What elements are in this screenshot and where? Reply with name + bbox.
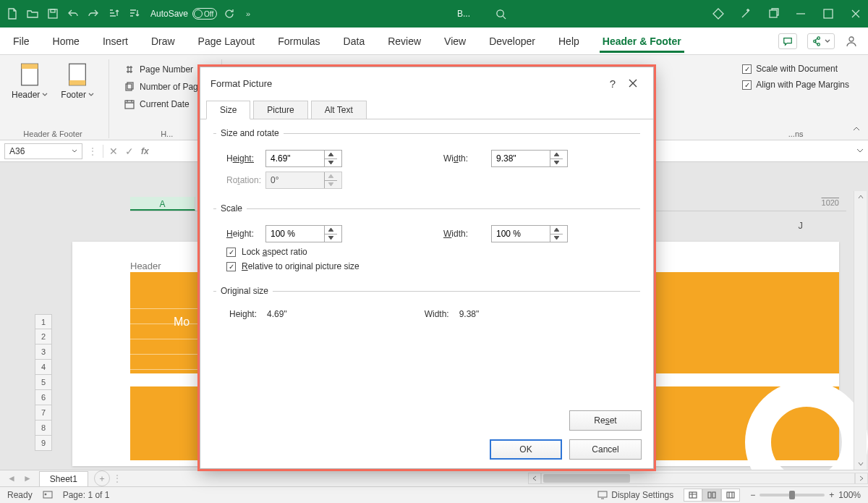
enter-formula-icon[interactable]: ✓ [125, 145, 134, 157]
status-bar: Ready Page: 1 of 1 Display Settings − + … [0, 486, 868, 503]
spinner-down-icon [550, 234, 563, 242]
display-settings-button[interactable]: Display Settings [597, 490, 673, 500]
wand-icon[interactable] [739, 7, 752, 20]
dialog-titlebar[interactable]: Format Picture ? [200, 67, 653, 99]
sheet-tab-sheet1[interactable]: Sheet1 [39, 471, 88, 488]
svg-point-6 [817, 43, 820, 46]
redo-icon[interactable] [87, 7, 100, 20]
more-icon[interactable]: » [242, 7, 255, 20]
view-normal-icon[interactable] [684, 489, 702, 502]
page-number-button[interactable]: Page Number [122, 62, 211, 77]
reset-button[interactable]: Reset [569, 410, 642, 431]
cancel-formula-icon[interactable]: ✕ [109, 145, 118, 157]
value-orig-width: 9.38" [459, 309, 480, 319]
new-sheet-button[interactable]: ＋ [94, 470, 110, 486]
tab-insert[interactable]: Insert [100, 30, 131, 53]
dialog-tab-size[interactable]: Size [206, 101, 250, 119]
view-page-break-icon[interactable] [721, 489, 740, 502]
scale-with-document-checkbox[interactable]: ✓Scale with Document [741, 62, 851, 75]
macro-record-icon[interactable] [43, 489, 53, 502]
dialog-close-icon[interactable] [623, 77, 643, 90]
cancel-button[interactable]: Cancel [569, 439, 642, 460]
label-height: Height: [216, 153, 258, 164]
sort-asc-icon[interactable] [107, 7, 120, 20]
dialog-tab-alt-text[interactable]: Alt Text [311, 101, 367, 119]
save-icon[interactable] [46, 7, 59, 20]
chevron-down-icon [42, 92, 48, 98]
sheet-nav[interactable]: ◄► [0, 473, 39, 483]
expand-formula-bar-icon[interactable] [856, 146, 864, 156]
checkbox-checked-icon: ✓ [226, 248, 236, 257]
zoom-in-icon[interactable]: + [829, 490, 834, 500]
checkbox-checked-icon: ✓ [742, 80, 752, 90]
refresh-icon[interactable] [223, 7, 236, 20]
value-orig-height: 4.69" [267, 309, 287, 319]
qat [6, 7, 140, 20]
tab-view[interactable]: View [441, 30, 469, 53]
minimize-icon[interactable] [794, 7, 807, 20]
title-bar: AutoSave Off » B... [0, 0, 868, 28]
zoom-level[interactable]: 100% [838, 490, 861, 500]
chevron-down-icon [72, 148, 77, 154]
tab-splitter[interactable]: ⋮ [110, 473, 126, 483]
share-button[interactable] [807, 33, 835, 49]
align-with-margins-checkbox[interactable]: ✓Align with Page Margins [741, 78, 851, 91]
footer-dropdown[interactable]: Footer [56, 59, 98, 103]
search-icon[interactable] [492, 5, 509, 22]
calendar-icon [124, 98, 135, 110]
number-of-pages-button[interactable]: Number of Page... [122, 80, 211, 94]
zoom-out-icon[interactable]: − [750, 490, 755, 500]
tab-home[interactable]: Home [50, 30, 82, 53]
undo-icon[interactable] [67, 7, 80, 20]
view-page-layout-icon[interactable] [702, 489, 721, 502]
spinner-up-icon [550, 226, 563, 234]
dialog-help-icon[interactable]: ? [603, 77, 623, 90]
svg-rect-12 [69, 80, 86, 85]
window-restore-icon[interactable] [767, 7, 780, 20]
autosave-toggle[interactable]: AutoSave Off [150, 8, 217, 20]
dialog-tab-picture[interactable]: Picture [253, 101, 307, 119]
current-date-button[interactable]: Current Date [122, 97, 211, 111]
scale-width-input[interactable] [491, 225, 568, 242]
relative-to-original-checkbox[interactable]: ✓Relative to original picture size [216, 261, 637, 271]
col-header-j[interactable]: J [799, 220, 804, 231]
sort-desc-icon[interactable] [127, 7, 140, 20]
status-ready: Ready [7, 490, 33, 500]
maximize-icon[interactable] [822, 7, 835, 20]
diamond-icon[interactable] [712, 7, 725, 20]
tab-draw[interactable]: Draw [148, 30, 178, 53]
switch-off-icon: Off [192, 8, 217, 20]
ok-button[interactable]: OK [490, 439, 562, 460]
scale-height-input[interactable] [265, 225, 342, 242]
tab-developer[interactable]: Developer [486, 30, 538, 53]
tab-formulas[interactable]: Formulas [275, 30, 323, 53]
insert-function-icon[interactable]: fx [141, 146, 149, 156]
collapse-ribbon-icon[interactable] [852, 124, 861, 135]
new-file-icon[interactable] [6, 7, 19, 20]
tab-data[interactable]: Data [341, 30, 368, 53]
tab-review[interactable]: Review [385, 30, 424, 53]
width-input[interactable] [491, 150, 568, 167]
tab-file[interactable]: File [10, 30, 33, 53]
comments-button[interactable] [778, 33, 797, 49]
zoom-slider[interactable]: − + 100% [750, 490, 861, 500]
account-icon[interactable] [845, 35, 858, 48]
lock-aspect-ratio-checkbox[interactable]: ✓Lock aspect ratio [216, 247, 637, 257]
spinner-up-icon [550, 151, 563, 159]
tab-help[interactable]: Help [556, 30, 582, 53]
height-input[interactable] [265, 150, 342, 167]
chevron-down-icon [88, 92, 94, 98]
open-icon[interactable] [26, 7, 39, 20]
row-headers[interactable]: 123 456 789 [35, 314, 52, 451]
name-box[interactable]: A36 [4, 143, 82, 159]
svg-rect-10 [22, 64, 38, 69]
horizontal-scrollbar[interactable] [528, 473, 868, 484]
svg-rect-3 [770, 10, 777, 17]
vertical-scrollbar[interactable] [854, 191, 867, 470]
tab-page-layout[interactable]: Page Layout [195, 30, 258, 53]
close-icon[interactable] [849, 7, 862, 20]
svg-rect-21 [712, 492, 715, 498]
header-dropdown[interactable]: Header [7, 59, 52, 103]
tab-header-footer[interactable]: Header & Footer [600, 30, 684, 53]
svg-rect-19 [689, 492, 697, 498]
